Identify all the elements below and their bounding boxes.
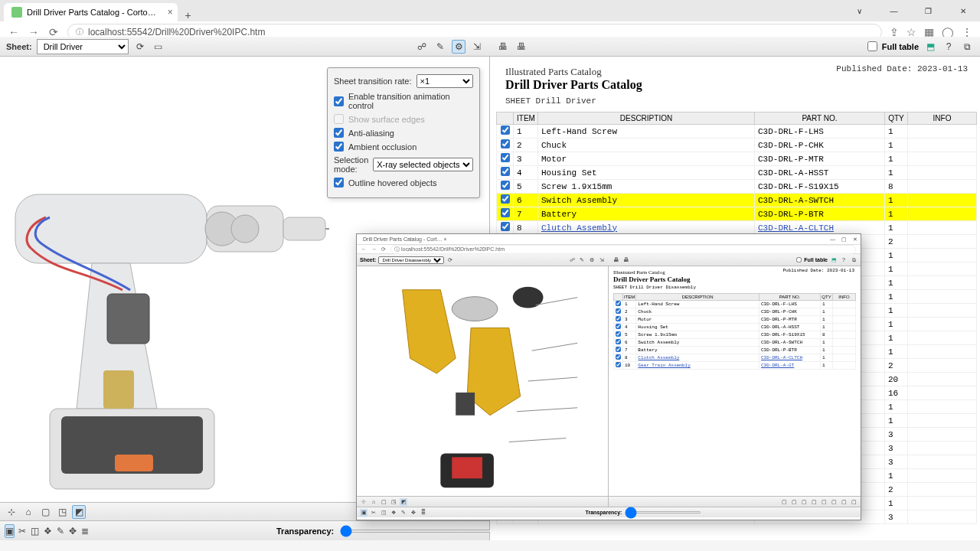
table-row[interactable]: 4Housing SetC3D-DRL-A-HSST1 <box>614 324 856 331</box>
fw-home-icon[interactable]: ⌂ <box>370 498 377 506</box>
table-row[interactable]: 8Clutch AssemblyC3D-DRL-A-CLTCH1 <box>497 221 977 235</box>
ortho-icon[interactable]: ◳ <box>55 505 69 519</box>
table-row[interactable]: 7BatteryC3D-DRL-P-BTR1 <box>614 347 856 354</box>
cell-desc[interactable]: Clutch Assembly <box>636 354 760 362</box>
full-table-checkbox[interactable] <box>867 41 877 51</box>
explode-icon[interactable]: ❖ <box>43 524 53 538</box>
fw-paint-icon[interactable]: ✎ <box>400 509 407 517</box>
fw-r2-icon[interactable]: ▢ <box>790 498 798 506</box>
table-row[interactable]: 1Left-Hand ScrewC3D-DRL-F-LHS1 <box>614 301 856 308</box>
window-close-icon[interactable]: ✕ <box>946 0 980 21</box>
fw-r3-icon[interactable]: ▢ <box>800 498 808 506</box>
transition-rate-select[interactable]: ×1 <box>416 74 473 88</box>
ambient-checkbox[interactable] <box>334 142 344 152</box>
settings-icon[interactable]: ⚙ <box>452 40 466 54</box>
window-minimize-icon[interactable]: — <box>877 0 911 21</box>
row-checkbox[interactable] <box>501 208 510 217</box>
capture-icon[interactable]: ▭ <box>152 40 165 54</box>
row-checkbox[interactable] <box>616 339 621 344</box>
outline-hover-checkbox[interactable] <box>334 178 344 187</box>
fw-explode-icon[interactable]: ❖ <box>390 509 397 517</box>
fw-fwd-icon[interactable]: → <box>371 246 377 252</box>
fw-print2-icon[interactable]: 🖶 <box>622 256 629 264</box>
cell-desc[interactable]: Gear Train Assembly <box>636 362 760 370</box>
fw-layer-icon[interactable]: ≣ <box>420 509 427 517</box>
row-checkbox[interactable] <box>501 126 510 135</box>
browser-tab-active[interactable]: Drill Driver Parts Catalog - Corto… × <box>4 3 178 21</box>
fw-fulltable-checkbox[interactable] <box>796 257 802 262</box>
fw-settings-icon[interactable]: ⚙ <box>588 256 596 264</box>
fw-cube-icon[interactable]: ◩ <box>400 498 407 506</box>
fw-sheet-select[interactable]: Drill Driver Disassembly <box>378 256 444 264</box>
floating-window[interactable]: Drill Driver Parts Catalog - Cort… × — ▢… <box>356 233 861 520</box>
row-checkbox[interactable] <box>616 347 621 352</box>
site-info-icon[interactable]: ⓘ <box>76 27 83 37</box>
antialias-checkbox[interactable] <box>334 128 344 138</box>
help-icon[interactable]: ? <box>942 40 956 54</box>
fw-refresh-icon[interactable]: ⟳ <box>446 256 454 264</box>
cell-desc[interactable]: Clutch Assembly <box>538 221 755 235</box>
table-row[interactable]: 4Housing SetC3D-DRL-A-HSST1 <box>497 166 977 180</box>
fw-tool-a-icon[interactable]: ☍ <box>568 256 576 264</box>
row-checkbox[interactable] <box>616 301 621 306</box>
fw-r7-icon[interactable]: ▢ <box>840 498 848 506</box>
row-checkbox[interactable] <box>616 331 621 337</box>
cell-part[interactable]: C3D-DRL-A-CLTCH <box>755 221 885 235</box>
expand-icon[interactable]: ⇲ <box>470 40 484 54</box>
fw-close-icon[interactable]: ✕ <box>853 236 858 243</box>
table-row[interactable]: 1Left-Hand ScrewC3D-DRL-F-LHS1 <box>497 125 977 139</box>
fw-r6-icon[interactable]: ▢ <box>830 498 838 506</box>
table-row[interactable]: 8Clutch AssemblyC3D-DRL-A-CLTCH1 <box>614 354 856 362</box>
cell-part[interactable]: C3D-DRL-A-CLTCH <box>760 354 821 362</box>
fw-section-icon[interactable]: ◫ <box>380 509 387 517</box>
tool-a-icon[interactable]: ☍ <box>415 40 429 54</box>
table-row[interactable]: 3MotorC3D-DRL-P-MTR1 <box>497 152 977 166</box>
fw-viewport[interactable] <box>357 266 609 496</box>
fw-print-icon[interactable]: 🖶 <box>612 256 619 264</box>
table-row[interactable]: 5Screw 1.9x15mmC3D-DRL-F-S19X158 <box>497 180 977 194</box>
table-row[interactable]: 6Switch AssemblyC3D-DRL-A-SWTCH1 <box>497 194 977 207</box>
table-row[interactable]: 2ChuckC3D-DRL-P-CHK1 <box>614 308 856 316</box>
popout-icon[interactable]: ⧉ <box>960 40 974 54</box>
table-row[interactable]: 3MotorC3D-DRL-P-MTR1 <box>614 316 856 324</box>
close-tab-icon[interactable]: × <box>168 7 173 18</box>
layer-icon[interactable]: ≣ <box>80 524 90 538</box>
tool-b-icon[interactable]: ✎ <box>433 40 447 54</box>
fw-max-icon[interactable]: ▢ <box>841 236 847 243</box>
row-checkbox[interactable] <box>501 139 510 148</box>
fw-r8-icon[interactable]: ▢ <box>850 498 858 506</box>
fw-help-icon[interactable]: ? <box>840 256 848 264</box>
cell-part[interactable]: C3D-DRL-A-GT <box>760 362 821 370</box>
row-checkbox[interactable] <box>501 167 510 176</box>
frame-icon[interactable]: ▢ <box>38 505 52 519</box>
new-tab-button[interactable]: + <box>178 9 199 21</box>
fw-r4-icon[interactable]: ▢ <box>810 498 818 506</box>
sheet-select[interactable]: Drill Driver <box>37 39 129 54</box>
row-checkbox[interactable] <box>501 153 510 162</box>
row-checkbox[interactable] <box>616 324 621 329</box>
refresh-icon[interactable]: ⟳ <box>133 40 147 54</box>
fw-select-icon[interactable]: ▣ <box>360 509 368 517</box>
move-icon[interactable]: ✥ <box>68 524 77 538</box>
select-icon[interactable]: ▣ <box>5 524 15 538</box>
print-icon[interactable]: 🖶 <box>496 40 510 54</box>
fw-tab[interactable]: Drill Driver Parts Catalog - Cort… × <box>360 236 455 243</box>
fw-expand-icon[interactable]: ⇲ <box>598 256 606 264</box>
fw-axis-icon[interactable]: ⊹ <box>360 498 368 506</box>
row-checkbox[interactable] <box>616 362 621 367</box>
row-checkbox[interactable] <box>616 308 621 314</box>
fw-frame-icon[interactable]: ▢ <box>380 498 387 506</box>
fw-back-icon[interactable]: ← <box>361 246 367 252</box>
transparency-slider[interactable] <box>340 530 493 533</box>
fw-popout-icon[interactable]: ⧉ <box>850 256 858 264</box>
measure-icon[interactable]: ✂ <box>18 524 27 538</box>
table-row[interactable]: 10Gear Train AssemblyC3D-DRL-A-GT1 <box>614 362 856 370</box>
fw-min-icon[interactable]: — <box>830 236 835 243</box>
enable-anim-checkbox[interactable] <box>334 96 344 106</box>
cube-icon[interactable]: ◩ <box>72 505 86 519</box>
table-row[interactable]: 6Switch AssemblyC3D-DRL-A-SWTCH1 <box>614 339 856 347</box>
fw-r1-icon[interactable]: ▢ <box>780 498 788 506</box>
fw-move-icon[interactable]: ✥ <box>410 509 417 517</box>
print-preview-icon[interactable]: 🖶 <box>514 40 528 54</box>
row-checkbox[interactable] <box>501 222 510 231</box>
